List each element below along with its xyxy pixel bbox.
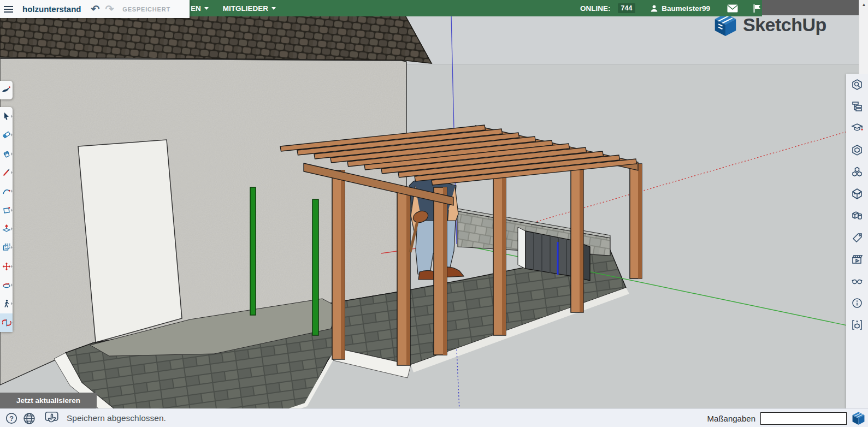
undo-button[interactable]: ↶: [91, 4, 100, 14]
panel-instructor[interactable]: [846, 117, 868, 139]
tool-walk[interactable]: [0, 294, 13, 313]
components-icon: [851, 166, 863, 178]
instructor-icon: [851, 122, 863, 134]
green-post[interactable]: [250, 187, 256, 315]
measurements-label: Maßangaben: [707, 414, 755, 423]
help-button[interactable]: ?: [5, 412, 17, 424]
tool-paint-bucket[interactable]: [0, 145, 13, 163]
rotate-icon: [2, 281, 11, 289]
glasses-icon: [851, 275, 863, 287]
scrollbar[interactable]: ▲: [859, 0, 868, 74]
post[interactable]: [434, 187, 447, 355]
mail-button[interactable]: [727, 4, 738, 13]
panel-scenes[interactable]: [846, 248, 868, 270]
tool-offset[interactable]: [0, 238, 13, 257]
document-panel: holzunterstand ↶ ↷ GESPEICHERT: [0, 0, 190, 18]
hamburger-menu-button[interactable]: [4, 4, 13, 14]
pencil-icon: [2, 168, 11, 177]
post: [332, 170, 345, 359]
post: [630, 164, 642, 278]
post: [571, 155, 583, 312]
panel-outliner[interactable]: [846, 96, 868, 117]
scroll-up-icon[interactable]: ▲: [862, 2, 866, 7]
door[interactable]: [78, 140, 182, 342]
move-icon: [2, 262, 11, 271]
mail-icon: [727, 4, 738, 13]
chevron-down-icon: [271, 7, 276, 10]
shapes-icon: [851, 210, 863, 222]
outliner-icon: [851, 100, 863, 112]
menu-item-partial[interactable]: EN: [191, 4, 209, 13]
panel-styles[interactable]: [846, 139, 868, 161]
rectangle-icon: [2, 206, 11, 215]
sketchup-web-app: ▲ EN MITGLIEDER ONLINE: 744 Baumeister99…: [0, 0, 868, 427]
tool-quick-launch[interactable]: [0, 81, 13, 99]
right-panel-toolbar: [846, 74, 868, 408]
panel-solid-shapes[interactable]: [846, 205, 868, 227]
paint-bucket-icon: [2, 150, 11, 158]
user-icon: [650, 4, 658, 13]
offset-icon: [2, 243, 11, 252]
push-pull-icon: [2, 224, 11, 233]
panel-entity-search[interactable]: [846, 74, 868, 96]
svg-text:?: ?: [9, 415, 14, 423]
menu-label: EN: [191, 4, 201, 13]
panel-tags[interactable]: [846, 227, 868, 248]
styles-icon: [851, 144, 863, 156]
tool-eraser[interactable]: [0, 126, 13, 144]
materials-icon: [851, 188, 863, 200]
touch-mode-button[interactable]: [44, 411, 59, 425]
orbit-icon: [2, 318, 11, 327]
post: [397, 187, 410, 365]
flag-button[interactable]: [753, 4, 761, 13]
saved-status: GESPEICHERT: [122, 6, 170, 13]
watermark-brand-text: SketchUp: [743, 14, 826, 35]
menu-item-members[interactable]: MITGLIEDER: [223, 4, 276, 13]
green-post[interactable]: [312, 199, 318, 335]
user-name: Baumeister99: [662, 4, 710, 13]
tool-rotate[interactable]: [0, 276, 13, 294]
left-toolbar: [0, 107, 13, 332]
panel-model-info[interactable]: [846, 292, 868, 314]
panel-components[interactable]: [846, 161, 868, 183]
panel-views[interactable]: [846, 314, 868, 336]
redo-button[interactable]: ↷: [105, 4, 114, 14]
scenes-icon: [851, 253, 863, 265]
eraser-icon: [2, 131, 11, 139]
touch-gesture-icon: [44, 411, 59, 425]
update-now-button[interactable]: Jetzt aktualisieren: [0, 393, 97, 408]
language-button[interactable]: [23, 412, 36, 425]
flag-icon: [753, 4, 761, 13]
chevron-down-icon: [204, 7, 209, 10]
panel-materials[interactable]: [846, 183, 868, 205]
online-label: ONLINE:: [580, 4, 611, 13]
language-globe-icon: [23, 412, 36, 425]
left-toolbar-quick: [0, 81, 13, 99]
tool-orbit[interactable]: [0, 313, 13, 332]
tool-move[interactable]: [0, 257, 13, 276]
views-icon: [851, 319, 863, 331]
measurements-input[interactable]: [760, 412, 847, 425]
status-message: Speichern abgeschlossen.: [67, 413, 166, 423]
tool-select[interactable]: [0, 107, 13, 126]
cursor-icon: [2, 112, 11, 121]
tool-arc[interactable]: [0, 182, 13, 200]
walk-icon: [2, 299, 11, 308]
roof[interactable]: [0, 15, 432, 63]
status-bar: ? Speichern abgeschlossen. Maßangaben: [0, 408, 868, 427]
viewport-3d[interactable]: [0, 0, 868, 427]
entity-search-icon: [851, 79, 863, 91]
tool-line[interactable]: [0, 163, 13, 182]
panel-display[interactable]: [846, 270, 868, 292]
tool-rectangle[interactable]: [0, 201, 13, 220]
header-dark-strip: [762, 0, 859, 15]
user-menu[interactable]: Baumeister99: [650, 4, 710, 13]
document-title[interactable]: holzunterstand: [22, 4, 81, 14]
sketchup-logo-small-icon: [852, 411, 865, 425]
info-icon: [851, 297, 863, 309]
arc-icon: [2, 187, 11, 195]
tool-push-pull[interactable]: [0, 220, 13, 238]
help-icon: ?: [5, 412, 17, 424]
menu-label: MITGLIEDER: [223, 4, 268, 13]
leaping-dog-icon: [2, 86, 11, 95]
